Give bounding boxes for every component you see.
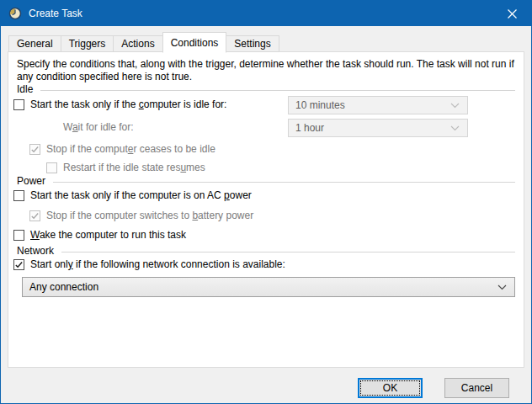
battery-row: Stop if the computer switches to battery…: [29, 209, 253, 222]
ac-power-row: Start the task only if the computer is o…: [13, 189, 252, 202]
power-group-header: Power: [17, 175, 515, 187]
stop-if-ceases-idle-checkbox: [29, 144, 40, 155]
tab-actions[interactable]: Actions: [113, 35, 162, 52]
wait-duration-combobox: 1 hour: [288, 119, 468, 137]
start-if-network-label: Start only if the following network conn…: [30, 258, 285, 270]
idle-duration-combobox: 10 minutes: [288, 96, 468, 114]
task-scheduler-clock-icon: [8, 7, 22, 20]
power-group-label: Power: [17, 175, 45, 187]
start-if-idle-label: Start the task only if the computer is i…: [30, 98, 226, 110]
start-if-network-checkbox[interactable]: [13, 259, 24, 270]
start-on-ac-power-checkbox[interactable]: [13, 190, 24, 201]
wait-for-idle-label: Wait for idle for:: [63, 121, 134, 133]
chevron-down-icon: [497, 284, 507, 290]
checkmark-icon: [30, 211, 40, 221]
network-connection-combobox[interactable]: Any connection: [22, 277, 515, 297]
network-group-header: Network: [17, 245, 515, 257]
chevron-down-icon: [450, 125, 460, 131]
conditions-panel: Specify the conditions that, along with …: [8, 51, 524, 368]
tab-strip: General Triggers Actions Conditions Sett…: [8, 31, 279, 52]
instruction-text: Specify the conditions that, along with …: [17, 58, 524, 83]
start-on-ac-power-label: Start the task only if the computer is o…: [30, 189, 252, 201]
close-icon: [508, 9, 517, 19]
tab-conditions[interactable]: Conditions: [162, 32, 227, 53]
wait-for-idle-row: Wait for idle for:: [63, 120, 134, 134]
window-title: Create Task: [29, 8, 82, 19]
restart-if-idle-resumes-checkbox: [46, 162, 57, 173]
wake-computer-row: Wake the computer to run this task: [13, 228, 186, 242]
network-connection-value: Any connection: [29, 281, 98, 293]
tab-settings[interactable]: Settings: [226, 35, 279, 52]
idle-start-row: Start the task only if the computer is i…: [13, 98, 226, 111]
tab-triggers[interactable]: Triggers: [61, 35, 114, 52]
group-divider: [61, 252, 515, 252]
network-group-label: Network: [17, 245, 54, 257]
idle-group-label: Idle: [17, 83, 33, 95]
stop-if-ceases-idle-label: Stop if the computer ceases to be idle: [46, 143, 215, 155]
group-divider: [53, 182, 515, 183]
network-condition-row: Start only if the following network conn…: [13, 258, 285, 271]
wake-computer-checkbox[interactable]: [13, 230, 24, 241]
titlebar: Create Task: [1, 1, 531, 26]
stop-if-ceases-idle-row: Stop if the computer ceases to be idle: [29, 142, 215, 156]
restart-idle-row: Restart if the idle state resumes: [46, 161, 205, 174]
start-if-idle-checkbox[interactable]: [13, 99, 24, 110]
wait-duration-value: 1 hour: [295, 122, 324, 134]
cancel-button[interactable]: Cancel: [444, 378, 509, 398]
ok-button[interactable]: OK: [358, 378, 423, 398]
stop-on-battery-label: Stop if the computer switches to battery…: [46, 210, 253, 221]
checkmark-icon: [30, 145, 40, 154]
chevron-down-icon: [450, 103, 460, 109]
idle-duration-value: 10 minutes: [295, 99, 345, 111]
stop-on-battery-checkbox: [29, 210, 40, 221]
restart-if-idle-resumes-label: Restart if the idle state resumes: [63, 162, 205, 173]
tab-general[interactable]: General: [8, 35, 61, 52]
close-button[interactable]: [492, 1, 531, 26]
idle-group-header: Idle: [17, 83, 515, 95]
create-task-dialog: Create Task General Triggers Actions Con…: [0, 0, 532, 404]
group-divider: [40, 90, 515, 91]
wake-computer-label: Wake the computer to run this task: [30, 229, 186, 241]
checkmark-icon: [14, 260, 24, 269]
